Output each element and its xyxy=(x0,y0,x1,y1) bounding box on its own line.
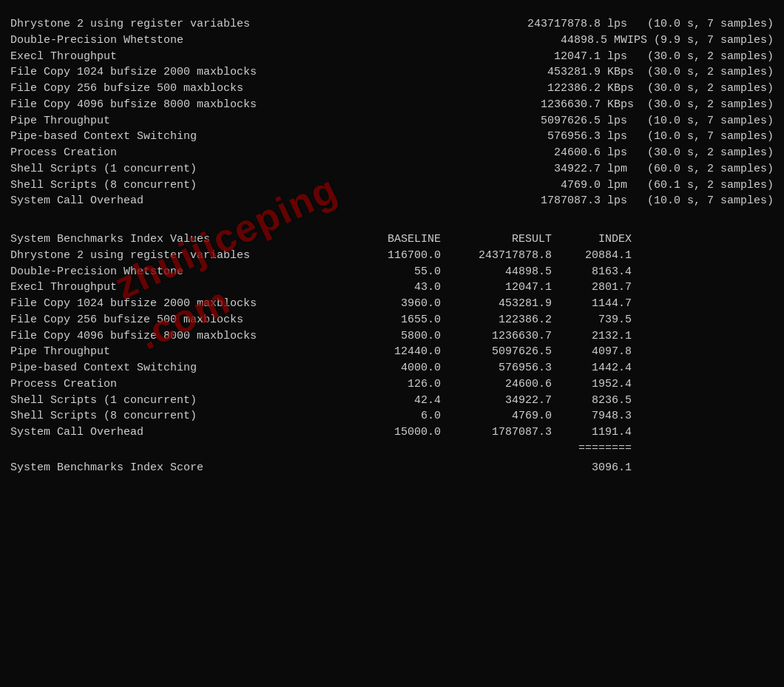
index-test-name: File Copy 4096 bufsize 8000 maxblocks xyxy=(10,328,351,345)
index-value: 1144.7 xyxy=(558,296,632,312)
index-result: 243717878.8 xyxy=(447,248,558,264)
index-test-name: Pipe Throughput xyxy=(10,344,351,360)
score-baseline-spacer xyxy=(351,460,447,476)
index-test-name: File Copy 1024 bufsize 2000 maxblocks xyxy=(10,296,351,312)
index-result-row: Pipe-based Context Switching4000.0576956… xyxy=(10,360,774,376)
index-result-row: File Copy 256 bufsize 500 maxblocks1655.… xyxy=(10,312,774,328)
index-test-name: Shell Scripts (8 concurrent) xyxy=(10,408,351,424)
result-value: 4769.0 lpm (60.1 s, 2 samples) xyxy=(336,177,774,194)
index-baseline: 12440.0 xyxy=(351,344,447,360)
result-value: 44898.5 MWIPS (9.9 s, 7 samples) xyxy=(336,33,774,49)
index-result: 34922.7 xyxy=(447,393,558,409)
col-name-header: System Benchmarks Index Values xyxy=(10,231,351,248)
divider-spacer xyxy=(10,441,351,457)
index-result-row: Shell Scripts (8 concurrent)6.04769.0794… xyxy=(10,408,774,424)
test-name: Shell Scripts (8 concurrent) xyxy=(10,177,336,194)
test-name: File Copy 4096 bufsize 8000 maxblocks xyxy=(10,97,336,113)
test-name: Pipe-based Context Switching xyxy=(10,129,336,145)
divider-result-spacer xyxy=(447,441,558,457)
index-value: 739.5 xyxy=(558,312,632,328)
index-baseline: 15000.0 xyxy=(351,424,447,441)
test-name: File Copy 256 bufsize 500 maxblocks xyxy=(10,81,336,97)
index-result: 12047.1 xyxy=(447,280,558,296)
index-result: 44898.5 xyxy=(447,264,558,280)
raw-result-row: Pipe-based Context Switching 576956.3 lp… xyxy=(10,129,774,145)
index-result-row: Pipe Throughput12440.05097626.54097.8 xyxy=(10,344,774,360)
index-baseline: 6.0 xyxy=(351,408,447,424)
test-name: System Call Overhead xyxy=(10,193,336,209)
index-test-name: Shell Scripts (1 concurrent) xyxy=(10,393,351,409)
index-value: 8236.5 xyxy=(558,393,632,409)
raw-result-row: File Copy 4096 bufsize 8000 maxblocks 12… xyxy=(10,97,774,113)
index-value: 1442.4 xyxy=(558,360,632,376)
index-baseline: 4000.0 xyxy=(351,360,447,376)
index-value: 4097.8 xyxy=(558,344,632,360)
col-baseline-header: BASELINE xyxy=(351,231,447,248)
index-result: 1787087.3 xyxy=(447,424,558,441)
index-result: 122386.2 xyxy=(447,312,558,328)
col-result-header: RESULT xyxy=(447,231,558,248)
index-value: 1952.4 xyxy=(558,376,632,393)
divider-baseline-spacer xyxy=(351,441,447,457)
raw-result-row: Process Creation 24600.6 lps (30.0 s, 2 … xyxy=(10,145,774,161)
index-value: 1191.4 xyxy=(558,424,632,441)
result-value: 5097626.5 lps (10.0 s, 7 samples) xyxy=(336,113,774,129)
index-baseline: 43.0 xyxy=(351,280,447,296)
raw-result-row: File Copy 1024 bufsize 2000 maxblocks 45… xyxy=(10,64,774,81)
result-value: 122386.2 KBps (30.0 s, 2 samples) xyxy=(336,81,774,97)
raw-result-row: System Call Overhead 1787087.3 lps (10.0… xyxy=(10,193,774,209)
index-test-name: Pipe-based Context Switching xyxy=(10,360,351,376)
raw-result-row: File Copy 256 bufsize 500 maxblocks 1223… xyxy=(10,81,774,97)
raw-result-row: Double-Precision Whetstone 44898.5 MWIPS… xyxy=(10,33,774,49)
index-result: 4769.0 xyxy=(447,408,558,424)
index-test-name: File Copy 256 bufsize 500 maxblocks xyxy=(10,312,351,328)
result-value: 1236630.7 KBps (30.0 s, 2 samples) xyxy=(336,97,774,113)
index-result-row: Process Creation126.024600.61952.4 xyxy=(10,376,774,393)
raw-result-row: Shell Scripts (1 concurrent) 34922.7 lpm… xyxy=(10,161,774,177)
index-value: 2801.7 xyxy=(558,280,632,296)
raw-result-row: Shell Scripts (8 concurrent) 4769.0 lpm … xyxy=(10,177,774,194)
result-value: 576956.3 lps (10.0 s, 7 samples) xyxy=(336,129,774,145)
index-result: 24600.6 xyxy=(447,376,558,393)
index-result-row: Double-Precision Whetstone55.044898.5816… xyxy=(10,264,774,280)
index-result-row: File Copy 1024 bufsize 2000 maxblocks396… xyxy=(10,296,774,312)
index-result: 453281.9 xyxy=(447,296,558,312)
index-result-row: Shell Scripts (1 concurrent)42.434922.78… xyxy=(10,393,774,409)
index-result-row: Dhrystone 2 using register variables1167… xyxy=(10,248,774,264)
index-baseline: 126.0 xyxy=(351,376,447,393)
index-section: System Benchmarks Index Values BASELINE … xyxy=(10,231,774,476)
index-test-name: Execl Throughput xyxy=(10,280,351,296)
test-name: Process Creation xyxy=(10,145,336,161)
result-value: 1787087.3 lps (10.0 s, 7 samples) xyxy=(336,193,774,209)
result-value: 243717878.8 lps (10.0 s, 7 samples) xyxy=(336,16,774,33)
col-index-header: INDEX xyxy=(558,231,632,248)
index-value: 7948.3 xyxy=(558,408,632,424)
result-value: 34922.7 lpm (60.0 s, 2 samples) xyxy=(336,161,774,177)
index-test-name: Dhrystone 2 using register variables xyxy=(10,248,351,264)
index-result-row: File Copy 4096 bufsize 8000 maxblocks580… xyxy=(10,328,774,345)
index-header-row: System Benchmarks Index Values BASELINE … xyxy=(10,231,774,248)
test-name: File Copy 1024 bufsize 2000 maxblocks xyxy=(10,64,336,81)
test-name: Dhrystone 2 using register variables xyxy=(10,16,336,33)
index-baseline: 55.0 xyxy=(351,264,447,280)
test-name: Shell Scripts (1 concurrent) xyxy=(10,161,336,177)
index-value: 8163.4 xyxy=(558,264,632,280)
test-name: Execl Throughput xyxy=(10,49,336,65)
raw-result-row: Pipe Throughput 5097626.5 lps (10.0 s, 7… xyxy=(10,113,774,129)
index-result: 576956.3 xyxy=(447,360,558,376)
index-test-name: Double-Precision Whetstone xyxy=(10,264,351,280)
index-baseline: 1655.0 xyxy=(351,312,447,328)
index-test-name: Process Creation xyxy=(10,376,351,393)
index-result: 5097626.5 xyxy=(447,344,558,360)
result-value: 453281.9 KBps (30.0 s, 2 samples) xyxy=(336,64,774,81)
score-row: System Benchmarks Index Score 3096.1 xyxy=(10,460,774,476)
result-value: 24600.6 lps (30.0 s, 2 samples) xyxy=(336,145,774,161)
divider-row: ======== xyxy=(10,441,774,457)
raw-result-row: Dhrystone 2 using register variables 243… xyxy=(10,16,774,33)
score-result-spacer xyxy=(447,460,558,476)
index-test-name: System Call Overhead xyxy=(10,424,351,441)
test-name: Double-Precision Whetstone xyxy=(10,33,336,49)
index-baseline: 5800.0 xyxy=(351,328,447,345)
index-baseline: 3960.0 xyxy=(351,296,447,312)
divider-symbol: ======== xyxy=(558,441,632,457)
